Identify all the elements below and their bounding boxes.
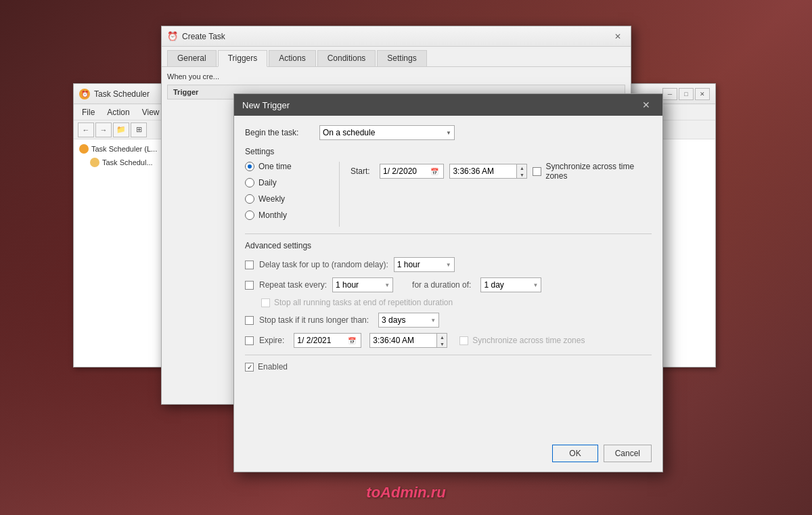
nt-expire-sync-label: Synchronize across time zones [472, 336, 585, 345]
ct-tab-conditions[interactable]: Conditions [317, 50, 376, 67]
nt-stop-longer-checkbox[interactable] [245, 316, 254, 325]
nt-radio-monthly[interactable]: Monthly [245, 210, 331, 220]
nt-stop-longer-row: Stop task if it runs longer than: 3 days… [245, 313, 652, 328]
ts-menu-file[interactable]: File [76, 106, 100, 118]
nt-time-down-btn[interactable]: ▼ [517, 171, 526, 178]
nt-delay-dropdown[interactable]: 1 hour ▼ [394, 257, 455, 272]
ts-minimize-btn[interactable]: ─ [662, 88, 677, 100]
nt-stop-longer-arrow: ▼ [430, 317, 436, 323]
nt-title-text: New Trigger [242, 100, 633, 110]
nt-divider-2 [245, 355, 652, 355]
nt-begin-label: Begin the task: [245, 128, 319, 137]
nt-close-btn[interactable]: ✕ [638, 97, 654, 112]
nt-expire-sync-checkbox[interactable] [459, 336, 468, 345]
nt-radio-monthly-btn[interactable] [245, 210, 254, 220]
nt-repeat-row: Repeat task every: 1 hour ▼ for a durati… [245, 277, 652, 292]
nt-repeat-dropdown[interactable]: 1 hour ▼ [332, 277, 393, 292]
ts-forward-btn[interactable]: → [95, 122, 112, 137]
nt-radio-one-time-btn[interactable] [245, 162, 254, 171]
nt-stop-running-row: Stop all running tasks at end of repetit… [261, 298, 652, 307]
ts-back-btn[interactable]: ← [78, 122, 94, 137]
nt-settings-title: Settings [245, 147, 652, 156]
nt-repeat-label: Repeat task every: [259, 280, 327, 290]
nt-delay-label: Delay task for up to (random delay): [259, 260, 388, 269]
nt-delay-value: 1 hour [397, 260, 443, 269]
nt-radio-one-time[interactable]: One time [245, 162, 331, 171]
nt-radio-daily-label: Daily [258, 178, 277, 187]
nt-duration-dropdown[interactable]: 1 day ▼ [480, 277, 541, 292]
nt-begin-dropdown[interactable]: On a schedule ▼ [319, 125, 455, 140]
nt-expire-time-input[interactable]: 3:36:40 AM [369, 333, 437, 348]
nt-time-wrap: 3:36:36 AM ▲ ▼ [449, 164, 527, 179]
nt-stop-longer-label: Stop task if it runs longer than: [259, 315, 369, 325]
ct-close-btn[interactable]: ✕ [610, 30, 625, 43]
nt-radio-monthly-label: Monthly [258, 210, 287, 220]
nt-sync-label: Synchronize across time zones [545, 162, 652, 181]
nt-start-date-picker-btn[interactable]: 📅 [428, 165, 441, 177]
nt-expire-checkbox[interactable] [245, 336, 254, 345]
ts-folder-btn[interactable]: 📁 [113, 122, 129, 137]
ct-title-icon: ⏰ [167, 31, 178, 42]
ct-title-text: Create Task [182, 32, 606, 41]
ct-titlebar: ⏰ Create Task ✕ [162, 26, 631, 47]
nt-stop-running-label: Stop all running tasks at end of repetit… [274, 298, 453, 307]
new-trigger-dialog: New Trigger ✕ Begin the task: On a sched… [233, 93, 663, 472]
nt-divider-1 [245, 233, 652, 234]
ts-close-btn[interactable]: ✕ [695, 88, 710, 100]
nt-begin-row: Begin the task: On a schedule ▼ [245, 125, 652, 140]
nt-enabled-checkbox[interactable] [245, 363, 254, 372]
nt-start-time-text: 3:36:36 AM [453, 166, 494, 176]
nt-radio-weekly-btn[interactable] [245, 194, 254, 204]
nt-start-date-input[interactable]: 1/ 2/2020 📅 [380, 164, 444, 179]
nt-time-arrows: ▲ ▼ [517, 164, 527, 179]
nt-repeat-checkbox[interactable] [245, 281, 254, 290]
nt-ok-button[interactable]: OK [552, 445, 597, 462]
nt-expire-time-text: 3:36:40 AM [373, 336, 414, 345]
nt-expire-sync-row: Synchronize across time zones [459, 336, 585, 345]
nt-start-row: Start: 1/ 2/2020 📅 3:36:36 AM ▲ ▼ [351, 162, 652, 181]
nt-duration-arrow: ▼ [533, 282, 539, 288]
nt-expire-label: Expire: [259, 336, 284, 345]
nt-repeat-value: 1 hour [336, 280, 382, 290]
nt-stop-longer-value: 3 days [382, 315, 428, 325]
nt-time-up-btn[interactable]: ▲ [517, 164, 526, 171]
nt-start-time-input[interactable]: 3:36:36 AM [449, 164, 517, 179]
nt-start-date-text: 1/ 2/2020 [383, 166, 427, 176]
ct-tab-general[interactable]: General [167, 50, 217, 67]
nt-radio-weekly[interactable]: Weekly [245, 194, 331, 204]
nt-expire-date-picker-btn[interactable]: 📅 [346, 334, 358, 346]
nt-radio-daily-btn[interactable] [245, 178, 254, 187]
nt-repeat-arrow: ▼ [384, 282, 390, 288]
ct-tab-actions[interactable]: Actions [269, 50, 315, 67]
nt-radio-one-time-label: One time [258, 162, 292, 171]
nt-radio-section: One time Daily Weekly Monthly [245, 162, 340, 227]
nt-begin-dropdown-arrow: ▼ [446, 130, 451, 136]
nt-radio-weekly-label: Weekly [258, 194, 285, 204]
ct-tab-triggers[interactable]: Triggers [218, 50, 268, 67]
nt-buttons: OK Cancel [552, 445, 652, 462]
nt-radio-daily[interactable]: Daily [245, 178, 331, 187]
ts-sidebar-label-1: Task Scheduler (L... [91, 145, 157, 153]
nt-settings-area: One time Daily Weekly Monthly Sta [245, 162, 652, 227]
nt-expire-time-down-btn[interactable]: ▼ [437, 340, 447, 347]
nt-sync-row: Synchronize across time zones [533, 162, 652, 181]
ts-grid-btn[interactable]: ⊞ [131, 122, 147, 137]
ts-maximize-btn[interactable]: □ [679, 88, 694, 100]
nt-duration-label: for a duration of: [412, 280, 471, 290]
nt-cancel-button[interactable]: Cancel [604, 445, 652, 462]
nt-expire-time-up-btn[interactable]: ▲ [437, 334, 447, 340]
nt-expire-date-input[interactable]: 1/ 2/2021 📅 [294, 333, 361, 348]
ts-menu-action[interactable]: Action [102, 106, 135, 118]
nt-delay-arrow: ▼ [446, 262, 451, 268]
nt-start-label: Start: [351, 166, 374, 176]
nt-sync-checkbox[interactable] [533, 167, 541, 176]
nt-stop-running-checkbox[interactable] [261, 298, 270, 307]
nt-stop-longer-dropdown[interactable]: 3 days ▼ [378, 313, 439, 328]
nt-body: Begin the task: On a schedule ▼ Settings… [234, 116, 662, 381]
ts-title-icon: ⏰ [79, 89, 90, 99]
nt-delay-checkbox[interactable] [245, 261, 254, 269]
nt-begin-dropdown-text: On a schedule [323, 128, 443, 137]
ct-tab-settings[interactable]: Settings [377, 50, 426, 67]
nt-expire-time-wrap: 3:36:40 AM ▲ ▼ [369, 333, 447, 348]
nt-enabled-label: Enabled [258, 362, 288, 372]
